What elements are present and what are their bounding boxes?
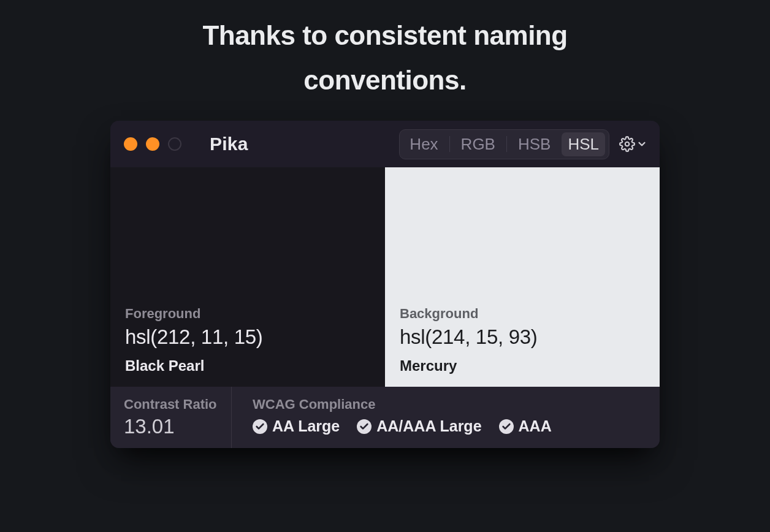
format-tab-hsb[interactable]: HSB	[512, 132, 557, 156]
wcag-badge-label: AAA	[519, 417, 552, 435]
wcag-badges: AA Large AA/AAA Large AAA	[253, 417, 647, 435]
format-segmented-control: Hex RGB HSB HSL	[399, 129, 609, 159]
wcag-block: WCAG Compliance AA Large AA/AAA Large	[232, 387, 660, 448]
chevron-down-icon	[636, 139, 647, 150]
close-button[interactable]	[124, 137, 137, 151]
contrast-label: Contrast Ratio	[124, 397, 219, 412]
settings-menu-button[interactable]	[616, 134, 649, 154]
wcag-badge-label: AA/AAA Large	[376, 417, 481, 435]
wcag-badge-aa-aaa-large: AA/AAA Large	[357, 417, 481, 435]
foreground-value: hsl(212, 11, 15)	[125, 325, 370, 349]
background-value: hsl(214, 15, 93)	[400, 325, 645, 349]
check-icon	[253, 419, 267, 434]
foreground-color-name: Black Pearl	[125, 357, 370, 374]
app-window: Pika Hex RGB HSB HSL	[110, 121, 660, 448]
wcag-badge-aaa: AAA	[499, 417, 552, 435]
background-panel[interactable]: Background hsl(214, 15, 93) Mercury	[385, 167, 660, 387]
app-title: Pika	[210, 134, 248, 154]
background-color-name: Mercury	[400, 357, 645, 374]
minimize-button[interactable]	[146, 137, 159, 151]
gear-icon	[619, 136, 635, 152]
format-tab-hex[interactable]: Hex	[403, 132, 444, 156]
titlebar-right: Hex RGB HSB HSL	[399, 129, 649, 159]
page-heading: Thanks to consistent naming conventions.	[0, 13, 770, 102]
footer: Contrast Ratio 13.01 WCAG Compliance AA …	[110, 387, 660, 448]
background-label: Background	[400, 306, 645, 322]
page-heading-line1: Thanks to consistent naming	[202, 20, 567, 50]
check-icon	[357, 419, 372, 434]
format-tab-hsl[interactable]: HSL	[562, 132, 605, 156]
format-divider	[449, 136, 450, 152]
format-tab-rgb[interactable]: RGB	[455, 132, 501, 156]
titlebar: Pika Hex RGB HSB HSL	[110, 121, 660, 167]
wcag-badge-aa-large: AA Large	[253, 417, 340, 435]
foreground-label: Foreground	[125, 306, 370, 322]
maximize-button[interactable]	[168, 137, 181, 151]
color-panels: Foreground hsl(212, 11, 15) Black Pearl …	[110, 167, 660, 387]
format-divider	[506, 136, 507, 152]
contrast-value: 13.01	[124, 415, 219, 438]
wcag-badge-label: AA Large	[272, 417, 340, 435]
contrast-block: Contrast Ratio 13.01	[110, 387, 232, 448]
page-heading-line2: conventions.	[303, 65, 466, 95]
svg-point-0	[625, 142, 630, 146]
traffic-lights	[124, 137, 181, 151]
foreground-panel[interactable]: Foreground hsl(212, 11, 15) Black Pearl	[110, 167, 385, 387]
check-icon	[499, 419, 514, 434]
wcag-label: WCAG Compliance	[253, 397, 647, 412]
